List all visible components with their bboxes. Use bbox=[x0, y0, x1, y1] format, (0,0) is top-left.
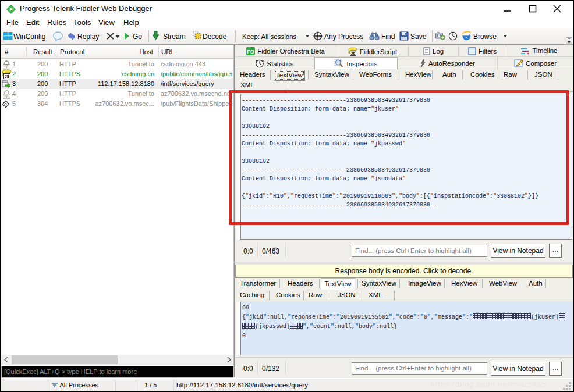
svg-text:F: F bbox=[10, 7, 13, 12]
svg-text:JS: JS bbox=[5, 74, 10, 79]
svg-text:JS: JS bbox=[351, 52, 355, 55]
svg-text:FO: FO bbox=[247, 49, 254, 55]
